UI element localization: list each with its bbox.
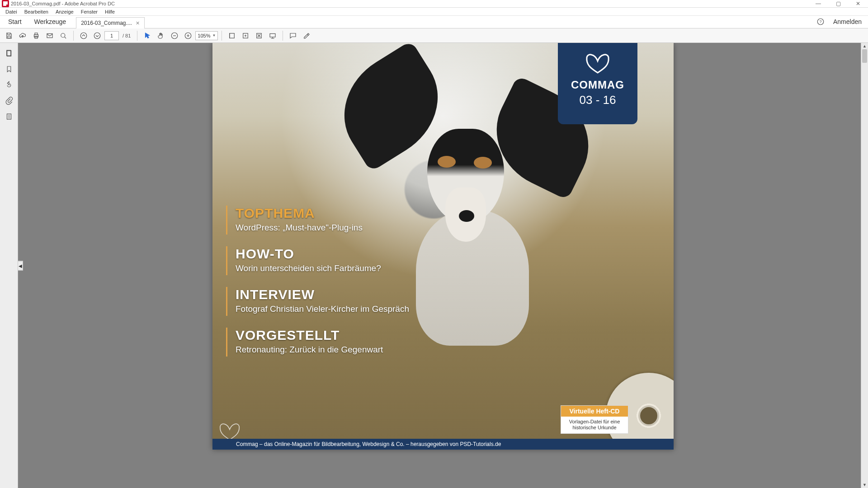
tab-tools[interactable]: Werkzeuge	[28, 15, 73, 28]
section-heading: TOPTHEMA	[236, 206, 479, 221]
menu-bar: Datei Bearbeiten Anzeige Fenster Hilfe	[0, 8, 868, 16]
tab-start[interactable]: Start	[2, 15, 28, 28]
section-sub: Worin unterscheiden sich Farbräume?	[236, 263, 479, 273]
svg-rect-4	[35, 33, 38, 35]
cover-section: HOW-TO Worin unterscheiden sich Farbräum…	[226, 246, 479, 275]
select-tool-button[interactable]	[141, 29, 154, 42]
scroll-thumb[interactable]	[862, 49, 867, 63]
page-number-input[interactable]: 1	[104, 31, 119, 40]
svg-rect-5	[35, 36, 38, 38]
help-icon: ?	[816, 18, 825, 26]
main-toolbar: 1 / 81 105% ▼	[0, 28, 868, 43]
cd-label-title: Virtuelle Heft-CD	[561, 406, 628, 417]
zoom-value-label: 105%	[198, 33, 210, 38]
bookmarks-panel-button[interactable]	[5, 65, 13, 75]
tab-strip: Start Werkzeuge 2016-03_Commag.... ✕ ? A…	[0, 16, 868, 28]
collapse-left-icon[interactable]: ◀	[18, 261, 23, 270]
menu-window[interactable]: Fenster	[77, 8, 101, 15]
cd-promo: Virtuelle Heft-CD Vorlagen-Datei für ein…	[561, 405, 674, 434]
cover-section: TOPTHEMA WordPress: „Must-have"-Plug-ins	[226, 206, 479, 235]
svg-text:?: ?	[819, 19, 821, 24]
cd-label-body: Vorlagen-Datei für eine historische Urku…	[561, 417, 628, 434]
magazine-issue: 03 - 16	[558, 93, 637, 107]
svg-point-8	[80, 33, 87, 39]
tab-document[interactable]: 2016-03_Commag.... ✕	[76, 17, 145, 28]
save-button[interactable]	[3, 29, 15, 42]
window-titlebar: 2016-03_Commag.pdf - Adobe Acrobat Pro D…	[0, 0, 868, 8]
zoom-out-button[interactable]	[168, 29, 181, 42]
scroll-up-icon[interactable]: ▲	[861, 43, 868, 49]
window-title: 2016-03_Commag.pdf - Adobe Acrobat Pro D…	[11, 1, 808, 6]
document-viewport[interactable]: ◀ COMMAG 03 - 16 TOPTHEMA	[18, 43, 868, 488]
scroll-down-icon[interactable]: ▼	[861, 482, 868, 488]
svg-rect-17	[7, 51, 11, 56]
tab-close-icon[interactable]: ✕	[136, 20, 140, 26]
app-icon	[2, 0, 9, 7]
window-close-button[interactable]: ✕	[848, 0, 868, 7]
cover-footer: Commag – das Online-Magazin für Bildbear…	[212, 439, 674, 450]
zoom-select[interactable]: 105% ▼	[195, 31, 218, 40]
magazine-title: COMMAG	[558, 79, 637, 91]
butterfly-icon	[583, 51, 612, 75]
rotate-view-button[interactable]	[5, 81, 13, 90]
cloud-button[interactable]	[16, 29, 29, 42]
fit-page-button[interactable]	[239, 29, 252, 42]
print-button[interactable]	[30, 29, 42, 42]
comment-button[interactable]	[287, 29, 299, 42]
svg-point-9	[94, 33, 100, 39]
section-heading: INTERVIEW	[236, 287, 479, 302]
chevron-down-icon: ▼	[212, 33, 216, 38]
menu-file[interactable]: Datei	[2, 8, 21, 15]
page-count-label: / 81	[123, 33, 131, 38]
fit-width-button[interactable]	[226, 29, 238, 42]
thumbnails-panel-button[interactable]	[5, 49, 13, 59]
login-button[interactable]: Anmelden	[827, 15, 868, 28]
menu-help[interactable]: Hilfe	[101, 8, 118, 15]
hand-tool-button[interactable]	[155, 29, 167, 42]
window-maximize-button[interactable]: ▢	[828, 0, 848, 7]
svg-rect-2	[8, 36, 10, 38]
highlight-button[interactable]	[300, 29, 313, 42]
workspace: ◀ COMMAG 03 - 16 TOPTHEMA	[0, 43, 868, 488]
attachments-panel-button[interactable]	[5, 97, 13, 106]
svg-rect-12	[230, 33, 235, 38]
section-sub: Retronauting: Zurück in die Gegenwart	[236, 345, 479, 355]
section-sub: Fotograf Christian Vieler-Kircher im Ges…	[236, 304, 479, 314]
cover-headlines: TOPTHEMA WordPress: „Must-have"-Plug-ins…	[226, 206, 479, 368]
search-button[interactable]	[57, 29, 70, 42]
svg-rect-18	[6, 50, 10, 56]
page-up-button[interactable]	[77, 29, 90, 42]
navigation-pane	[0, 43, 18, 488]
section-heading: VORGESTELLT	[236, 328, 479, 343]
tab-document-label: 2016-03_Commag....	[81, 20, 132, 26]
window-minimize-button[interactable]: —	[808, 0, 828, 7]
page-down-button[interactable]	[91, 29, 104, 42]
section-sub: WordPress: „Must-have"-Plug-ins	[236, 223, 479, 233]
menu-view[interactable]: Anzeige	[52, 8, 77, 15]
cover-section: VORGESTELLT Retronauting: Zurück in die …	[226, 328, 479, 357]
zoom-in-button[interactable]	[182, 29, 194, 42]
cd-label: Virtuelle Heft-CD Vorlagen-Datei für ein…	[561, 405, 628, 434]
pdf-page: COMMAG 03 - 16 TOPTHEMA WordPress: „Must…	[212, 43, 674, 450]
layers-panel-button[interactable]	[5, 113, 13, 122]
svg-point-7	[61, 33, 65, 37]
svg-rect-16	[7, 51, 11, 56]
section-heading: HOW-TO	[236, 246, 479, 262]
magazine-badge: COMMAG 03 - 16	[558, 43, 637, 124]
read-mode-button[interactable]	[266, 29, 279, 42]
cover-section: INTERVIEW Fotograf Christian Vieler-Kirc…	[226, 287, 479, 316]
email-button[interactable]	[43, 29, 56, 42]
fit-visible-button[interactable]	[253, 29, 265, 42]
vertical-scrollbar[interactable]: ▲ ▼	[861, 43, 868, 488]
svg-rect-15	[270, 33, 275, 37]
menu-edit[interactable]: Bearbeiten	[21, 8, 52, 15]
help-button[interactable]: ?	[814, 15, 827, 28]
